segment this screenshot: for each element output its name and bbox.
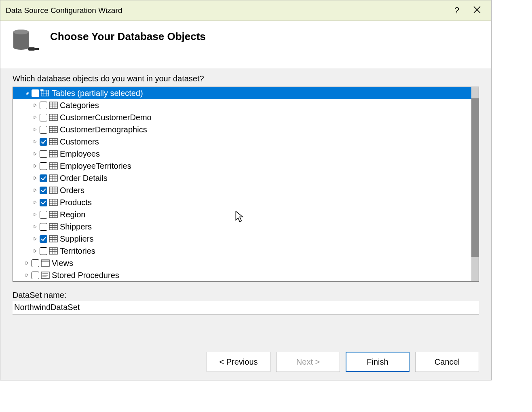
tree-node-table[interactable]: Shippers [13,221,471,233]
svg-rect-17 [49,114,57,121]
checkbox[interactable] [40,138,47,146]
svg-rect-52 [49,199,57,206]
tree-node-table[interactable]: Suppliers [13,233,471,245]
titlebar: Data Source Configuration Wizard [0,0,491,21]
tree-node-table[interactable]: Order Details [13,172,471,184]
close-icon [473,5,481,16]
tree-node-table[interactable]: Region [13,208,471,221]
table-icon [49,125,58,134]
expand-icon[interactable] [32,127,38,132]
svg-rect-57 [49,211,57,218]
checkbox[interactable] [40,174,47,182]
checkbox[interactable] [40,223,47,231]
object-tree[interactable]: Tables (partially selected)CategoriesCus… [13,87,479,282]
checkbox[interactable] [40,126,47,134]
table-icon [49,174,58,182]
node-label: Views [52,259,73,268]
node-label: EmployeeTerritories [60,161,131,171]
table-icon [49,186,58,194]
previous-button[interactable]: < Previous [207,352,270,372]
checkbox[interactable] [40,150,47,158]
expand-icon[interactable] [32,200,38,205]
expand-icon[interactable] [32,187,38,193]
tree-node-table[interactable]: CustomerCustomerDemo [13,111,471,123]
table-icon [49,162,58,170]
table-icon [49,223,58,231]
tree-node-table[interactable]: Employees [13,148,471,160]
tree-node-table[interactable]: Orders [13,184,471,196]
close-button[interactable] [467,1,487,20]
checkbox[interactable] [40,235,47,243]
tree-node-table[interactable]: Categories [13,99,471,111]
checkbox[interactable] [32,89,39,97]
table-icon [49,247,58,255]
node-label: Region [60,210,85,219]
table-icon [49,150,58,158]
finish-button[interactable]: Finish [346,352,410,372]
expand-icon[interactable] [32,236,38,242]
expand-icon[interactable] [32,151,38,157]
node-label: Customers [60,137,99,147]
checkbox[interactable] [32,259,39,267]
expand-icon[interactable] [24,272,30,278]
expand-icon[interactable] [32,248,38,254]
expand-icon[interactable] [32,224,38,229]
expand-icon[interactable] [32,115,38,120]
dataset-name-input[interactable] [13,301,479,314]
stored-proc-icon [40,271,50,279]
table-icon [49,210,58,219]
wizard-header: Choose Your Database Objects [0,21,491,68]
node-label: Employees [60,149,100,159]
svg-rect-37 [49,163,57,169]
svg-rect-78 [41,260,49,262]
tree-node-table[interactable]: Customers [13,136,471,148]
svg-rect-72 [49,248,57,254]
checkbox[interactable] [40,162,47,170]
node-label: CustomerCustomerDemo [60,113,152,122]
content-area: Which database objects do you want in yo… [0,68,491,344]
wizard-footer: < Previous Next > Finish Cancel [0,344,491,380]
expand-icon[interactable] [32,163,38,169]
expand-icon[interactable] [32,102,38,108]
expand-icon[interactable] [32,212,38,217]
tree-node-table[interactable]: CustomerDemographics [13,123,471,136]
collapse-icon[interactable] [24,90,30,96]
node-label: Products [60,198,92,207]
checkbox[interactable] [32,272,39,279]
tree-node-table[interactable]: EmployeeTerritories [13,160,471,172]
node-label: Stored Procedures [52,271,119,280]
cancel-button[interactable]: Cancel [415,352,479,372]
dataset-name-label: DataSet name: [13,291,479,300]
views-icon [40,259,50,267]
node-label: Orders [60,186,84,195]
tree-node-tables[interactable]: Tables (partially selected) [13,87,471,99]
expand-icon[interactable] [32,175,38,181]
tree-node-table[interactable]: Products [13,196,471,208]
checkbox[interactable] [40,114,47,121]
svg-rect-6 [41,90,49,96]
window-title: Data Source Configuration Wizard [4,6,447,15]
checkbox[interactable] [40,199,47,206]
checkbox[interactable] [40,211,47,219]
tables-folder-icon [40,89,50,97]
checkbox[interactable] [40,102,47,109]
tree-scrollbar[interactable] [471,87,479,281]
tree-node-sp[interactable]: Stored Procedures [13,269,471,281]
database-icon [11,29,42,54]
scrollbar-thumb[interactable] [471,98,479,257]
expand-icon[interactable] [24,260,30,266]
tree-node-table[interactable]: Territories [13,245,471,257]
node-label: Suppliers [60,234,93,244]
svg-rect-42 [49,175,57,181]
node-label: Tables (partially selected) [52,89,143,98]
checkbox[interactable] [40,187,47,194]
node-label: Territories [60,246,95,256]
tree-node-views[interactable]: Views [13,257,471,269]
svg-rect-47 [49,187,57,193]
checkbox[interactable] [40,247,47,255]
help-button[interactable] [447,1,467,20]
svg-rect-22 [49,126,57,133]
node-label: Order Details [60,174,108,183]
svg-rect-5 [35,48,39,50]
expand-icon[interactable] [32,139,38,144]
